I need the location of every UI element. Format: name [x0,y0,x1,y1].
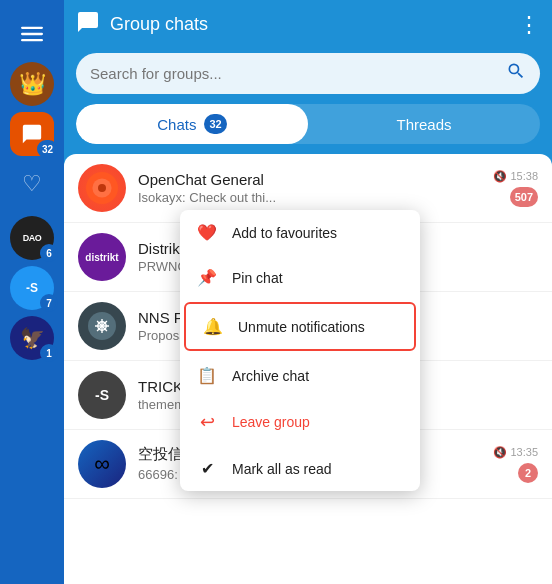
dao-nav-item[interactable]: DAO 6 [10,216,54,260]
chat-meta-kong: 🔇 13:35 2 [493,446,538,483]
chat-name: OpenChat General [138,171,485,188]
bell-icon: 🔔 [202,317,224,336]
search-input[interactable] [90,65,506,82]
tricky-badge: 7 [40,294,58,312]
dao-badge: 6 [40,244,58,262]
hamburger-menu-button[interactable] [10,12,54,56]
menu-unmute[interactable]: 🔔 Unmute notifications [186,304,414,349]
menu-add-favourites[interactable]: ❤️ Add to favourites [180,210,420,255]
chat-time: 🔇 15:38 [493,170,538,183]
tricky-nav-item[interactable]: -S 7 [10,266,54,310]
chat-meta-openchat: 🔇 15:38 507 [493,170,538,207]
tabs-bar: Chats 32 Threads [76,104,540,144]
group-chats-icon [76,10,100,39]
chat-preview: Isokayx: Check out thi... [138,190,485,205]
search-bar [76,53,540,94]
menu-mark-read[interactable]: ✔ Mark all as read [180,446,420,491]
unmute-highlight-border: 🔔 Unmute notifications [184,302,416,351]
archive-icon: 📋 [196,366,218,385]
leave-icon: ↩ [196,411,218,433]
bird-nav-item[interactable]: 🦅 1 [10,316,54,360]
avatar-tricky: -S [78,371,126,419]
search-icon[interactable] [506,61,526,86]
svg-rect-1 [21,33,43,35]
chats-badge: 32 [37,140,58,158]
tab-threads[interactable]: Threads [308,104,540,144]
menu-archive[interactable]: 📋 Archive chat [180,353,420,398]
unread-badge: 507 [510,187,538,207]
heart-icon: ❤️ [196,223,218,242]
svg-rect-0 [21,27,43,29]
chats-nav-item[interactable]: 32 [10,112,54,156]
more-options-button[interactable]: ⋮ [518,12,540,38]
menu-pin-chat[interactable]: 📌 Pin chat [180,255,420,300]
avatar-kong: ∞ [78,440,126,488]
user-avatar[interactable]: 👑 [10,62,54,106]
pin-icon: 📌 [196,268,218,287]
chats-count-badge: 32 [204,114,226,134]
checkmark-icon: ✔ [196,459,218,478]
avatar-openchat [78,164,126,212]
tab-chats[interactable]: Chats 32 [76,104,308,144]
app-container: 👑 32 ♡ DAO 6 -S 7 🦅 1 [0,0,552,584]
unread-badge: 2 [518,463,538,483]
menu-leave-group[interactable]: ↩ Leave group [180,398,420,446]
page-title: Group chats [110,14,518,35]
chat-info-openchat: OpenChat General Isokayx: Check out thi.… [138,171,485,205]
bird-badge: 1 [40,344,58,362]
header: Group chats ⋮ [64,0,552,49]
avatar-nns [78,302,126,350]
context-menu: ❤️ Add to favourites 📌 Pin chat 🔔 Unmute… [180,210,420,491]
svg-point-5 [98,184,106,192]
sidebar: 👑 32 ♡ DAO 6 -S 7 🦅 1 [0,0,64,584]
favourites-nav-item[interactable]: ♡ [10,162,54,206]
chat-time: 🔇 13:35 [493,446,538,459]
svg-rect-2 [21,39,43,41]
avatar-distrikt: distrikt [78,233,126,281]
